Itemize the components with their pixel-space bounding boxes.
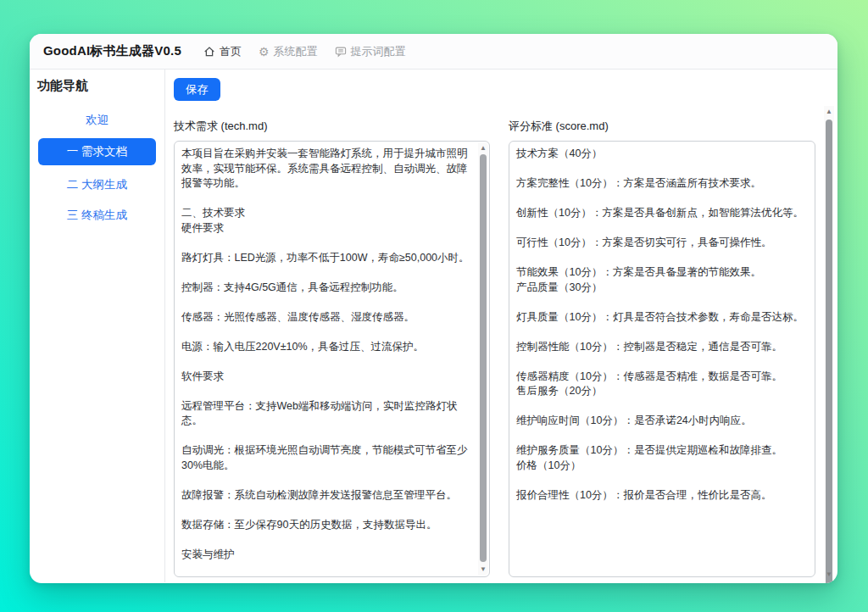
nav-prompt-config[interactable]: 提示词配置	[335, 44, 406, 59]
tech-column: 技术需求 (tech.md) 本项目旨在采购并安装一套智能路灯系统，用于提升城市…	[174, 119, 490, 577]
sidebar-title: 功能导航	[30, 78, 164, 94]
scrollbar-thumb[interactable]	[826, 120, 832, 583]
sidebar: 功能导航 欢迎 一 需求文档 二 大纲生成 三 终稿生成	[30, 70, 165, 582]
app-header: GoodAI标书生成器V0.5 首页 ⚙ 系统配置	[30, 34, 837, 70]
tech-editor-label: 技术需求 (tech.md)	[174, 119, 490, 134]
nav-prompt-config-label: 提示词配置	[351, 44, 406, 59]
sidebar-item-final-draft[interactable]: 三 终稿生成	[30, 206, 164, 225]
gear-icon: ⚙	[259, 46, 270, 58]
page-scrollbar[interactable]: ▲ ▼	[824, 106, 834, 581]
sidebar-item-outline[interactable]: 二 大纲生成	[30, 175, 164, 194]
nav-home[interactable]: 首页	[203, 44, 242, 59]
score-editor-label: 评分标准 (score.md)	[509, 119, 815, 134]
score-textarea[interactable]: 技术方案（40分） 方案完整性（10分）：方案是否涵盖所有技术要求。 创新性（1…	[509, 141, 815, 577]
app-window: GoodAI标书生成器V0.5 首页 ⚙ 系统配置	[30, 34, 837, 583]
top-nav: 首页 ⚙ 系统配置 提示词配置	[203, 44, 406, 59]
score-textarea-text: 技术方案（40分） 方案完整性（10分）：方案是否涵盖所有技术要求。 创新性（1…	[509, 142, 815, 503]
tech-textarea-text: 本项目旨在采购并安装一套智能路灯系统，用于提升城市照明效率，实现节能环保。系统需…	[175, 142, 489, 577]
prompt-icon	[335, 46, 347, 58]
sidebar-item-requirements[interactable]: 一 需求文档	[38, 138, 156, 165]
scrollbar-thumb[interactable]	[480, 154, 487, 562]
content-row: 功能导航 欢迎 一 需求文档 二 大纲生成 三 终稿生成 保存 技术需求 (te…	[30, 70, 837, 582]
app-title: GoodAI标书生成器V0.5	[43, 43, 181, 59]
scroll-up-icon[interactable]: ▲	[478, 142, 488, 154]
sidebar-item-welcome[interactable]: 欢迎	[30, 111, 164, 130]
tech-textarea-scrollbar[interactable]: ▲ ▼	[478, 142, 488, 576]
home-icon	[203, 46, 215, 58]
nav-system-config-label: 系统配置	[274, 44, 318, 59]
save-button[interactable]: 保存	[174, 78, 220, 101]
sidebar-nav: 欢迎 一 需求文档 二 大纲生成 三 终稿生成	[30, 111, 164, 225]
scroll-down-icon[interactable]: ▼	[824, 569, 834, 581]
scroll-up-icon[interactable]: ▲	[824, 106, 834, 118]
editor-columns: 技术需求 (tech.md) 本项目旨在采购并安装一套智能路灯系统，用于提升城市…	[174, 119, 837, 577]
nav-home-label: 首页	[220, 44, 242, 59]
scroll-down-icon[interactable]: ▼	[478, 564, 488, 576]
main-area: 保存 技术需求 (tech.md) 本项目旨在采购并安装一套智能路灯系统，用于提…	[165, 70, 837, 582]
nav-system-config[interactable]: ⚙ 系统配置	[259, 44, 318, 59]
tech-textarea[interactable]: 本项目旨在采购并安装一套智能路灯系统，用于提升城市照明效率，实现节能环保。系统需…	[174, 141, 490, 577]
score-column: 评分标准 (score.md) 技术方案（40分） 方案完整性（10分）：方案是…	[509, 119, 815, 577]
